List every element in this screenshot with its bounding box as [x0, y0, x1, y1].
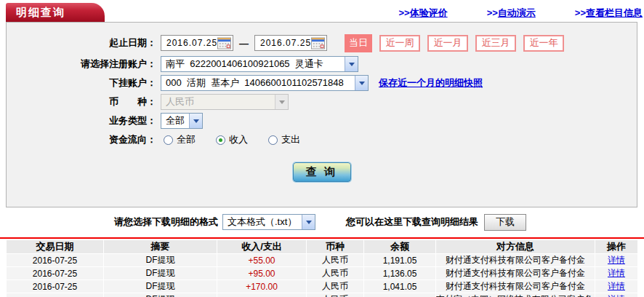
- cell-currency: 人民币: [307, 254, 363, 266]
- business-type-value: 全部: [161, 114, 189, 127]
- cell-counterparty: 财付通支付科技有限公司客户备付金: [436, 267, 595, 280]
- cell-summary: DF提现: [104, 280, 217, 293]
- cell-date: 2016-07-25: [7, 280, 103, 293]
- business-type-select[interactable]: 全部: [161, 113, 203, 129]
- download-row: 请您选择下载明细的格式 文本格式（.txt） 您可以在这里下载查询明细结果 下载: [0, 213, 644, 231]
- sub-account-value: 000 活期 基本户 1406600101102571848: [161, 76, 348, 90]
- col-trade-date: 交易日期: [7, 240, 103, 253]
- col-operation: 操作: [595, 240, 637, 253]
- cell-date: 2016-07-25: [7, 254, 103, 266]
- fund-flow-row: 资金流向： 全部 收入 支出: [7, 132, 637, 148]
- table-row-partial: DF提现 人民币 支付宝（中国）网络技术有限公司客户备付金 详情: [7, 293, 637, 297]
- link-prefix: >>: [575, 7, 586, 18]
- currency-value: 人民币: [161, 95, 198, 108]
- cell-amount: +55.00: [217, 254, 306, 266]
- col-currency: 币种: [307, 240, 363, 253]
- fund-flow-radio-group: 全部 收入 支出: [164, 133, 321, 146]
- detail-query-page: 明细查询 >>体验评价 >>自动演示 >>查看栏目信息 起止日期： 2016.0…: [0, 0, 644, 297]
- quick-range-year-button[interactable]: 近一年: [523, 35, 564, 52]
- top-links: >>体验评价 >>自动演示 >>查看栏目信息: [398, 7, 643, 20]
- end-date-value: 2016.07.25: [260, 38, 311, 48]
- sub-account-select[interactable]: 000 活期 基本户 1406600101102571848: [161, 75, 369, 91]
- radio-income-label: 收入: [229, 133, 248, 146]
- query-button[interactable]: 查 询: [293, 162, 351, 182]
- currency-row: 币 种： 人民币: [7, 94, 637, 110]
- col-counterparty: 对方信息: [436, 240, 595, 253]
- register-account-label: 请选择注册账户：: [7, 58, 161, 71]
- cell-counterparty: 支付宝（中国）网络技术有限公司客户备付金: [436, 293, 595, 297]
- register-account-value: 南平 6222001406100921065 灵通卡: [161, 58, 328, 71]
- quick-range-month-button[interactable]: 近一月: [427, 35, 468, 52]
- col-balance: 余额: [364, 240, 435, 253]
- cell-date: [7, 293, 103, 297]
- radio-all-label: 全部: [177, 133, 196, 146]
- detail-link[interactable]: 详情: [608, 281, 625, 291]
- cell-balance: 1,191.05: [364, 254, 435, 266]
- currency-label: 币 种：: [7, 95, 161, 108]
- results-table: 交易日期 摘要 收入/支出 币种 余额 对方信息 操作 2016-07-25 D…: [6, 239, 638, 297]
- radio-income[interactable]: 收入: [216, 133, 248, 146]
- cell-summary: DF提现: [104, 267, 217, 280]
- start-date-input[interactable]: 2016.07.25: [161, 35, 233, 51]
- table-row: 2016-07-25 DF提现 +95.00 人民币 1,136.05 财付通支…: [7, 267, 637, 280]
- download-format-label: 请您选择下载明细的格式: [114, 215, 218, 229]
- start-date-value: 2016.07.25: [166, 38, 217, 48]
- cell-amount: +95.00: [217, 267, 306, 280]
- cell-currency: 人民币: [307, 293, 363, 297]
- date-separator: —: [239, 38, 249, 49]
- download-button[interactable]: 下载: [484, 214, 526, 231]
- cell-currency: 人民币: [307, 280, 363, 293]
- query-form-panel: 起止日期： 2016.07.25 — 2016.07.25: [6, 22, 637, 207]
- download-hint: 您可以在这里下载查询明细结果: [346, 215, 478, 229]
- link-experience-evaluation[interactable]: >>体验评价: [398, 7, 447, 20]
- tab-detail-query[interactable]: 明细查询: [6, 3, 105, 22]
- cell-balance: [364, 293, 435, 297]
- quick-range-today-button[interactable]: 当日: [345, 34, 372, 52]
- cell-date: 2016-07-25: [7, 267, 103, 280]
- table-header-row: 交易日期 摘要 收入/支出 币种 余额 对方信息 操作: [7, 240, 637, 253]
- download-format-select[interactable]: 文本格式（.txt）: [222, 214, 315, 230]
- col-summary: 摘要: [104, 240, 217, 253]
- sub-account-label: 下挂账户：: [7, 76, 161, 90]
- top-bar: 明细查询 >>体验评价 >>自动演示 >>查看栏目信息: [0, 0, 644, 22]
- link-auto-demo[interactable]: >>自动演示: [487, 7, 536, 20]
- radio-icon: [268, 135, 278, 145]
- calendar-icon[interactable]: [217, 37, 231, 50]
- chevron-down-icon: [189, 114, 202, 128]
- business-type-label: 业务类型：: [7, 114, 161, 127]
- quick-range-week-button[interactable]: 近一周: [379, 35, 420, 52]
- register-account-row: 请选择注册账户： 南平 6222001406100921065 灵通卡: [7, 56, 637, 72]
- quick-range-3months-button[interactable]: 近三月: [475, 35, 516, 52]
- radio-icon: [164, 135, 173, 145]
- col-amount: 收入/支出: [217, 240, 306, 253]
- cell-balance: 1,136.05: [364, 267, 435, 280]
- detail-link[interactable]: 详情: [608, 294, 625, 297]
- cell-balance: 1,041.05: [364, 280, 435, 293]
- cell-summary: DF提现: [104, 254, 217, 266]
- radio-expense-label: 支出: [281, 133, 300, 146]
- cell-summary: DF提现: [104, 293, 217, 297]
- fund-flow-label: 资金流向：: [7, 133, 161, 146]
- calendar-icon[interactable]: [311, 37, 325, 50]
- cell-currency: 人民币: [307, 267, 363, 280]
- table-row: 2016-07-25 DF提现 +170.00 人民币 1,041.05 财付通…: [7, 280, 637, 293]
- chevron-down-icon: [275, 95, 288, 109]
- chevron-down-icon: [355, 76, 368, 90]
- download-format-value: 文本格式（.txt）: [223, 215, 301, 229]
- currency-select: 人民币: [161, 94, 289, 110]
- radio-all[interactable]: 全部: [164, 133, 196, 146]
- cell-amount: +170.00: [217, 280, 306, 293]
- detail-link[interactable]: 详情: [608, 255, 625, 265]
- business-type-row: 业务类型： 全部: [7, 113, 637, 129]
- detail-link[interactable]: 详情: [608, 268, 625, 278]
- link-prefix: >>: [487, 7, 498, 18]
- date-range-label: 起止日期：: [7, 36, 161, 50]
- link-prefix: >>: [398, 7, 409, 18]
- sub-account-row: 下挂账户： 000 活期 基本户 1406600101102571848 保存近…: [7, 75, 637, 91]
- save-snapshot-link[interactable]: 保存近一个月的明细快照: [379, 76, 483, 90]
- register-account-select[interactable]: 南平 6222001406100921065 灵通卡: [161, 56, 358, 72]
- chevron-down-icon: [345, 57, 358, 71]
- radio-expense[interactable]: 支出: [268, 133, 300, 146]
- end-date-input[interactable]: 2016.07.25: [254, 35, 327, 51]
- link-view-column-info[interactable]: >>查看栏目信息: [575, 7, 643, 20]
